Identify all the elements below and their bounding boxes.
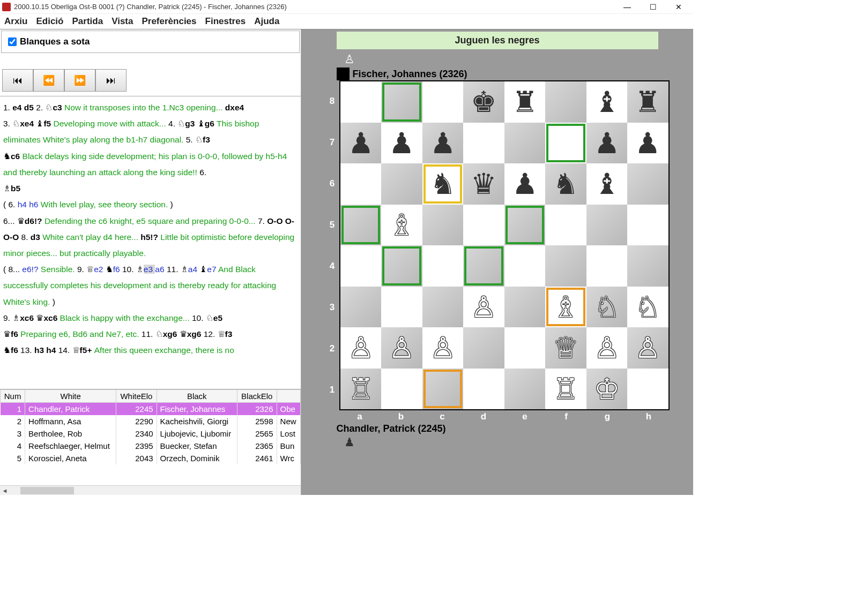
square-b4[interactable]	[381, 245, 422, 287]
square-c6[interactable]: ♞	[422, 163, 464, 205]
square-b3[interactable]	[381, 287, 422, 328]
square-c5[interactable]	[422, 205, 464, 246]
piece-bP[interactable]: ♟	[635, 129, 660, 157]
piece-wB[interactable]: ♗	[553, 292, 578, 321]
square-e3[interactable]	[504, 287, 546, 328]
piece-wP[interactable]: ♙	[635, 333, 660, 362]
square-d8[interactable]: ♚	[463, 81, 504, 123]
horizontal-scrollbar[interactable]: ◄	[0, 485, 301, 495]
square-c7[interactable]: ♟	[422, 123, 464, 164]
piece-bB[interactable]: ♝	[594, 169, 620, 198]
square-h5[interactable]	[627, 205, 668, 246]
square-c3[interactable]	[422, 287, 464, 328]
piece-bP[interactable]: ♟	[389, 129, 414, 157]
maximize-button[interactable]: ☐	[645, 3, 661, 11]
game-row[interactable]: 5Korosciel, Aneta2043Orzech, Dominik2461…	[1, 452, 301, 464]
square-h8[interactable]: ♜	[627, 81, 668, 123]
square-g5[interactable]	[586, 205, 628, 246]
square-f5[interactable]	[545, 205, 586, 246]
square-a6[interactable]	[340, 163, 382, 205]
square-e8[interactable]: ♜	[504, 81, 546, 123]
square-g6[interactable]: ♝	[586, 163, 628, 205]
square-f4[interactable]	[545, 245, 586, 287]
square-e4[interactable]	[504, 245, 546, 287]
square-d4[interactable]	[463, 245, 504, 287]
piece-wQ[interactable]: ♕	[553, 333, 578, 362]
piece-bP[interactable]: ♟	[348, 129, 374, 157]
col-extra[interactable]	[277, 390, 300, 403]
piece-bP[interactable]: ♟	[430, 129, 456, 157]
square-b2[interactable]: ♙	[381, 327, 422, 369]
square-h1[interactable]	[627, 369, 668, 410]
square-f1[interactable]: ♖	[545, 369, 586, 410]
square-h7[interactable]: ♟	[627, 123, 668, 164]
square-f8[interactable]	[545, 81, 586, 123]
piece-wB[interactable]: ♗	[389, 211, 414, 239]
piece-wP[interactable]: ♙	[348, 333, 374, 362]
piece-wP[interactable]: ♙	[430, 333, 456, 362]
menu-vista[interactable]: Vista	[112, 16, 133, 27]
menu-arxiu[interactable]: Arxiu	[4, 16, 27, 27]
col-Black[interactable]: Black	[157, 390, 237, 403]
square-c4[interactable]	[422, 245, 464, 287]
piece-wR[interactable]: ♖	[348, 374, 374, 403]
menu-partida[interactable]: Partida	[72, 16, 103, 27]
square-h2[interactable]: ♙	[627, 327, 668, 369]
col-White[interactable]: White	[25, 390, 116, 403]
menu-edicio[interactable]: Edició	[36, 16, 63, 27]
game-row[interactable]: 2Hoffmann, Asa2290Kacheishvili, Giorgi25…	[1, 415, 301, 427]
piece-bB[interactable]: ♝	[594, 87, 620, 116]
scroll-thumb[interactable]	[20, 487, 74, 494]
nav-prev-button[interactable]: ⏪	[33, 69, 64, 92]
close-button[interactable]: ✕	[671, 3, 687, 11]
square-b8[interactable]	[381, 81, 422, 123]
square-h3[interactable]: ♘	[627, 287, 668, 328]
game-table[interactable]: NumWhiteWhiteEloBlackBlackElo 1Chandler,…	[0, 389, 301, 464]
col-WhiteElo[interactable]: WhiteElo	[116, 390, 157, 403]
piece-wP[interactable]: ♙	[594, 333, 620, 362]
square-g1[interactable]: ♔	[586, 369, 628, 410]
square-d6[interactable]: ♛	[463, 163, 504, 205]
square-a1[interactable]: ♖	[340, 369, 382, 410]
square-d7[interactable]	[463, 123, 504, 164]
piece-wK[interactable]: ♔	[594, 374, 620, 403]
game-row[interactable]: 3Bertholee, Rob2340Ljubojevic, Ljubomir2…	[1, 427, 301, 440]
square-c2[interactable]: ♙	[422, 327, 464, 369]
square-c8[interactable]	[422, 81, 464, 123]
piece-bK[interactable]: ♚	[471, 87, 496, 116]
square-b6[interactable]	[381, 163, 422, 205]
square-a5[interactable]	[340, 205, 382, 246]
square-e5[interactable]	[504, 205, 546, 246]
square-f3[interactable]: ♗	[545, 287, 586, 328]
square-g8[interactable]: ♝	[586, 81, 628, 123]
square-h4[interactable]	[627, 245, 668, 287]
square-a8[interactable]	[340, 81, 382, 123]
minimize-button[interactable]: —	[619, 3, 635, 11]
scroll-left-arrow[interactable]: ◄	[0, 487, 10, 494]
piece-wP[interactable]: ♙	[471, 292, 496, 321]
square-e7[interactable]	[504, 123, 546, 164]
menu-ajuda[interactable]: Ajuda	[254, 16, 279, 27]
nav-next-button[interactable]: ⏩	[64, 69, 95, 92]
square-f7[interactable]	[545, 123, 586, 164]
square-c1[interactable]	[422, 369, 464, 410]
square-g2[interactable]: ♙	[586, 327, 628, 369]
square-a7[interactable]: ♟	[340, 123, 382, 164]
square-a3[interactable]	[340, 287, 382, 328]
square-g4[interactable]	[586, 245, 628, 287]
square-g3[interactable]: ♘	[586, 287, 628, 328]
square-a2[interactable]: ♙	[340, 327, 382, 369]
chess-board[interactable]: ♚♜♝♜♟♟♟♟♟♞♛♟♞♝♗♙♗♘♘♙♙♙♕♙♙♖♖♔	[339, 80, 670, 410]
square-e1[interactable]	[504, 369, 546, 410]
piece-wN[interactable]: ♘	[594, 292, 620, 321]
piece-bP[interactable]: ♟	[512, 169, 538, 198]
piece-bN[interactable]: ♞	[430, 169, 456, 198]
piece-wN[interactable]: ♘	[635, 292, 660, 321]
col-Num[interactable]: Num	[1, 390, 25, 403]
square-e2[interactable]	[504, 327, 546, 369]
square-g7[interactable]: ♟	[586, 123, 628, 164]
square-h6[interactable]	[627, 163, 668, 205]
piece-bR[interactable]: ♜	[635, 87, 660, 116]
piece-bQ[interactable]: ♛	[471, 169, 496, 198]
square-b7[interactable]: ♟	[381, 123, 422, 164]
